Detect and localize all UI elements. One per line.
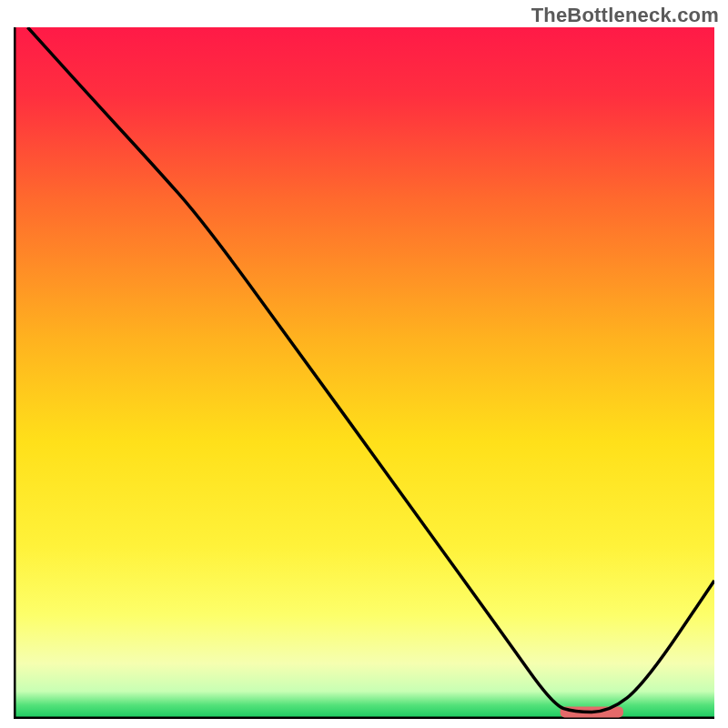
bottleneck-chart: TheBottleneck.com [0, 0, 728, 728]
watermark-text: TheBottleneck.com [531, 4, 719, 27]
chart-svg [14, 27, 714, 719]
gradient-background [14, 27, 714, 719]
